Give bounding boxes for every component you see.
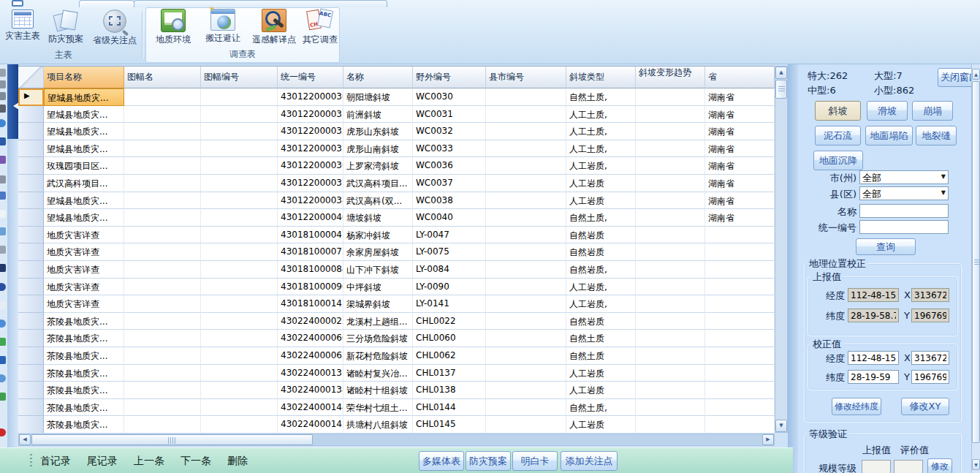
cell-uid[interactable]: 430224000144 — [278, 399, 343, 417]
cell-project[interactable]: 茶陵县地质灾... — [44, 399, 124, 417]
table-row[interactable]: 茶陵县地质灾...430224000062新花村危险斜坡CHL0062自然土质 — [18, 347, 775, 365]
cell-trend[interactable] — [636, 140, 705, 158]
cell-map_name[interactable] — [124, 416, 201, 433]
bottom-button-4[interactable]: 添加关注点 — [561, 451, 618, 471]
row-indicator[interactable] — [18, 157, 44, 175]
cell-name[interactable]: 上罗家湾斜坡 — [343, 157, 413, 175]
relocation-avoidance-button[interactable]: ✳ 搬迁避让 — [202, 9, 244, 45]
cell-slope_type[interactable]: 自然土质, — [566, 399, 636, 417]
cell-name[interactable]: 武汉高科项目... — [343, 175, 413, 192]
cell-uid[interactable]: 430224000060 — [278, 330, 343, 347]
table-row[interactable]: 武汉高科项目...430122000037武汉高科项目...WC0037人工岩质… — [18, 175, 775, 192]
cell-province[interactable] — [705, 416, 775, 433]
nav-item-5[interactable]: 删除 — [227, 448, 248, 473]
cell-map_no[interactable] — [201, 261, 278, 279]
grid-icon[interactable] — [0, 192, 6, 200]
cell-project[interactable]: 地质灾害详查 — [44, 295, 124, 313]
cell-province[interactable]: 湖南省 — [705, 123, 775, 140]
cell-map_name[interactable] — [124, 382, 201, 399]
table-row[interactable]: 望城县地质灾...430122000038武汉高科(双...WC0038人工岩质… — [18, 192, 775, 210]
cell-uid[interactable]: 430122000038 — [278, 192, 343, 210]
prevention-plan-button[interactable]: 防灾预案 — [45, 10, 86, 45]
bottom-button-1[interactable]: 多媒体表 — [419, 451, 464, 471]
cell-province[interactable] — [705, 330, 775, 347]
cell-uid[interactable]: 430224000138 — [278, 382, 343, 399]
cell-field_no[interactable]: WC0033 — [413, 140, 486, 158]
modify-xy-button[interactable]: 修改XY — [901, 398, 949, 415]
cell-name[interactable]: 中坪斜坡 — [343, 279, 413, 296]
cell-province[interactable]: 湖南省 — [705, 157, 775, 175]
cell-name[interactable]: 诸睦村十组斜坡 — [343, 382, 413, 399]
page-icon[interactable] — [0, 210, 6, 218]
nav-item-4[interactable]: 下一条 — [181, 448, 211, 473]
type-button-7[interactable]: 地面沉降 — [813, 151, 863, 170]
type-button-1[interactable]: 斜坡 — [815, 101, 861, 121]
cell-trend[interactable] — [636, 227, 705, 244]
column-header-field_no[interactable]: 野外编号 — [413, 67, 486, 88]
pencil-icon[interactable] — [0, 105, 6, 113]
ribbon-tab[interactable] — [79, 0, 134, 7]
cell-map_name[interactable] — [124, 313, 201, 330]
cell-uid[interactable]: 430224000145 — [278, 416, 343, 433]
geology-environment-button[interactable]: 地质环境 — [152, 9, 194, 46]
layers-icon[interactable] — [0, 246, 6, 254]
table-row[interactable]: 茶陵县地质灾...430224000137诸睦村复兴冶...CHL0137人工岩… — [18, 365, 775, 382]
cell-slope_type[interactable]: 自然土质, — [566, 209, 636, 227]
cell-slope_type[interactable]: 人工岩质 — [566, 365, 636, 382]
type-button-5[interactable]: 地面塌陷 — [865, 126, 913, 145]
cell-uid[interactable]: 430181000047 — [278, 227, 343, 244]
cell-uid[interactable]: 430181000084 — [278, 261, 343, 279]
cell-map_no[interactable] — [201, 399, 278, 417]
column-header-map_name[interactable]: 图幅名 — [124, 67, 201, 88]
cell-county_no[interactable] — [486, 382, 566, 399]
cell-uid[interactable]: 430122000031 — [278, 106, 343, 124]
card-icon[interactable] — [0, 301, 6, 309]
cell-uid[interactable]: 430224000137 — [278, 365, 343, 382]
cell-province[interactable] — [705, 313, 775, 330]
cell-map_name[interactable] — [124, 209, 201, 227]
cell-map_no[interactable] — [201, 88, 278, 106]
cell-slope_type[interactable]: 自然岩质, — [566, 261, 636, 279]
cell-uid[interactable]: 430181000075 — [278, 243, 343, 261]
type-button-4[interactable]: 泥石流 — [815, 126, 861, 145]
cell-name[interactable]: 朝阳塘斜坡 — [343, 88, 413, 106]
cell-slope_type[interactable]: 人工岩质 — [566, 416, 636, 433]
flag-icon[interactable] — [0, 137, 6, 145]
row-indicator[interactable] — [18, 192, 44, 210]
cell-field_no[interactable]: CHL0060 — [413, 330, 486, 347]
cell-map_no[interactable] — [201, 123, 278, 140]
cell-map_name[interactable] — [124, 261, 201, 279]
cell-map_no[interactable] — [201, 227, 278, 244]
cell-uid[interactable]: 430122000040 — [278, 209, 343, 227]
table-row[interactable]: 茶陵县地质灾...430224000060三分场危险斜坡CHL0060自然土质 — [18, 330, 775, 347]
column-header-trend[interactable]: 斜坡变形趋势 — [636, 67, 705, 88]
scroll-down-icon[interactable]: ▼ — [775, 420, 787, 432]
cell-province[interactable] — [705, 279, 775, 296]
cell-project[interactable]: 望城县地质灾... — [44, 123, 124, 140]
cell-name[interactable]: 诸睦村复兴冶... — [343, 365, 413, 382]
cell-slope_type[interactable]: 人工岩质 — [566, 382, 636, 399]
cell-field_no[interactable]: WC0038 — [413, 192, 486, 210]
cell-field_no[interactable]: WC0037 — [413, 175, 486, 192]
table-row[interactable]: 地质灾害详查430181000084山下冲下斜坡LY-0084自然岩质, — [18, 261, 775, 279]
record-icon[interactable] — [0, 428, 6, 436]
scale-evaluated-input[interactable] — [894, 460, 923, 473]
cell-field_no[interactable]: LY-0090 — [413, 279, 486, 296]
cell-project[interactable]: 茶陵县地质灾... — [44, 382, 124, 399]
brush-icon[interactable] — [0, 156, 6, 164]
dot-icon[interactable] — [0, 374, 6, 382]
row-indicator[interactable] — [18, 347, 44, 365]
cell-name[interactable]: 山下冲下斜坡 — [343, 261, 413, 279]
cell-uid[interactable]: 430181000090 — [278, 279, 343, 296]
row-indicator[interactable] — [18, 209, 44, 227]
cell-province[interactable] — [705, 365, 775, 382]
cell-name[interactable]: 余家房屋斜坡 — [343, 243, 413, 261]
cell-map_no[interactable] — [201, 175, 278, 192]
remote-sensing-point-button[interactable]: 遥感解译点 — [248, 9, 300, 46]
cell-map_name[interactable] — [124, 279, 201, 296]
row-indicator[interactable] — [18, 106, 44, 124]
cell-county_no[interactable] — [486, 330, 566, 347]
cell-map_name[interactable] — [124, 106, 201, 124]
query-button[interactable]: 查询 — [856, 238, 916, 255]
cell-map_name[interactable] — [124, 157, 201, 175]
